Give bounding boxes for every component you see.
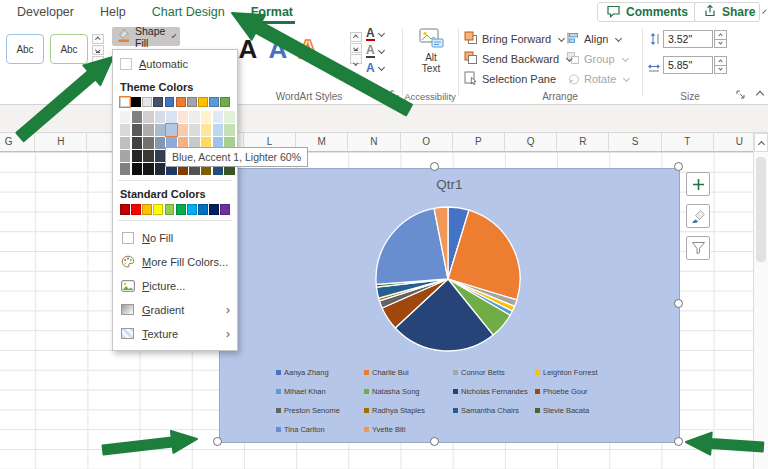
theme-variant-swatch-c2-r2[interactable] bbox=[143, 137, 153, 149]
column-header-H[interactable]: H bbox=[35, 133, 87, 152]
menu-item-automatic[interactable]: Automatic bbox=[118, 54, 232, 74]
vertical-scrollbar[interactable] bbox=[753, 133, 768, 469]
standard-color-swatch-8[interactable] bbox=[209, 204, 219, 214]
legend-item-preston-senome[interactable]: Preston Senome bbox=[276, 406, 340, 415]
theme-variant-swatch-c3-r1[interactable] bbox=[155, 124, 165, 136]
wordart-style-orange[interactable]: A bbox=[294, 30, 322, 68]
theme-color-swatch-2[interactable] bbox=[142, 97, 152, 107]
handle-bottom-middle[interactable] bbox=[430, 437, 439, 446]
theme-color-swatch-9[interactable] bbox=[220, 97, 230, 107]
alt-text-button[interactable]: Alt Text bbox=[410, 28, 452, 86]
theme-variant-swatch-c7-r1[interactable] bbox=[201, 124, 211, 136]
theme-variant-swatch-c8-r1[interactable] bbox=[213, 124, 223, 136]
standard-color-swatch-2[interactable] bbox=[142, 204, 152, 214]
standard-color-swatch-5[interactable] bbox=[176, 204, 186, 214]
theme-variant-swatch-c1-r2[interactable] bbox=[132, 137, 142, 149]
legend-item-natasha-song[interactable]: Natasha Song bbox=[364, 387, 420, 396]
column-header-N[interactable]: N bbox=[348, 133, 400, 152]
shape-style-preset-1[interactable]: Abc bbox=[6, 34, 44, 64]
chart-filters-button[interactable] bbox=[686, 236, 710, 260]
standard-color-swatch-4[interactable] bbox=[165, 204, 175, 214]
tab-format[interactable]: Format bbox=[238, 0, 306, 24]
theme-color-swatch-4[interactable] bbox=[165, 97, 175, 107]
collapse-ribbon-button[interactable] bbox=[756, 91, 764, 99]
standard-color-swatch-9[interactable] bbox=[220, 204, 230, 214]
shape-style-preset-2[interactable]: Abc bbox=[50, 34, 88, 64]
theme-color-swatch-1[interactable] bbox=[131, 97, 141, 107]
theme-color-swatch-0[interactable] bbox=[120, 97, 130, 107]
gallery-up-button[interactable] bbox=[350, 32, 362, 42]
theme-variant-swatch-c1-r4[interactable] bbox=[132, 163, 142, 175]
legend-item-tina-carlton[interactable]: Tina Carlton bbox=[276, 425, 325, 434]
standard-color-swatch-1[interactable] bbox=[131, 204, 141, 214]
stepper-up-button[interactable] bbox=[714, 56, 727, 66]
shape-height-field[interactable] bbox=[663, 30, 713, 48]
legend-item-samantha-chairs[interactable]: Samantha Chairs bbox=[453, 406, 519, 415]
comments-button[interactable]: Comments bbox=[597, 2, 697, 22]
pie-chart-object[interactable]: Qtr1 Aanya ZhangCharlie BuiConnor BettsL… bbox=[219, 168, 680, 443]
handle-bottom-right[interactable] bbox=[674, 437, 683, 446]
shape-fill-button[interactable]: Shape Fill bbox=[112, 27, 180, 46]
legend-item-charlie-bui[interactable]: Charlie Bui bbox=[364, 368, 409, 377]
column-header-Q[interactable]: Q bbox=[505, 133, 557, 152]
handle-top-middle[interactable] bbox=[430, 162, 439, 171]
theme-color-swatch-7[interactable] bbox=[198, 97, 208, 107]
handle-top-right[interactable] bbox=[674, 162, 683, 171]
send-backward-button[interactable]: Send Backward bbox=[464, 50, 572, 68]
theme-variant-swatch-c5-r1[interactable] bbox=[178, 124, 188, 136]
column-header-O[interactable]: O bbox=[401, 133, 453, 152]
legend-item-nicholas-fernandes[interactable]: Nicholas Fernandes bbox=[453, 387, 528, 396]
theme-variant-swatch-c5-r0[interactable] bbox=[178, 111, 188, 123]
theme-variant-swatch-c3-r4[interactable] bbox=[155, 163, 165, 175]
gallery-more-button[interactable] bbox=[350, 54, 362, 64]
theme-variant-swatch-c2-r4[interactable] bbox=[143, 163, 153, 175]
theme-variant-swatch-c9-r0[interactable] bbox=[224, 111, 234, 123]
column-header-T[interactable]: T bbox=[662, 133, 714, 152]
legend-item-aanya-zhang[interactable]: Aanya Zhang bbox=[276, 368, 329, 377]
stepper-down-button[interactable] bbox=[714, 40, 727, 49]
column-header-P[interactable]: P bbox=[453, 133, 505, 152]
theme-variant-swatch-c0-r3[interactable] bbox=[120, 150, 130, 162]
theme-variant-swatch-c0-r2[interactable] bbox=[120, 137, 130, 149]
shape-height-stepper[interactable] bbox=[714, 30, 727, 48]
tab-help[interactable]: Help bbox=[87, 0, 139, 24]
theme-variant-swatch-c2-r1[interactable] bbox=[143, 124, 153, 136]
theme-variant-swatch-c3-r3[interactable] bbox=[155, 150, 165, 162]
handle-bottom-left[interactable] bbox=[213, 437, 222, 446]
theme-variant-swatch-c3-r0[interactable] bbox=[155, 111, 165, 123]
handle-middle-right[interactable] bbox=[674, 299, 683, 308]
scrollbar-thumb[interactable] bbox=[756, 157, 766, 262]
menu-item-no-fill[interactable]: No Fill bbox=[118, 226, 232, 250]
shape-width-field[interactable] bbox=[663, 56, 713, 74]
theme-color-swatch-8[interactable] bbox=[209, 97, 219, 107]
menu-item-picture[interactable]: Picture... bbox=[118, 274, 232, 298]
theme-variant-swatch-c1-r0[interactable] bbox=[132, 111, 142, 123]
theme-color-swatch-3[interactable] bbox=[153, 97, 163, 107]
stepper-up-button[interactable] bbox=[714, 30, 727, 40]
menu-item-more-fill-colors[interactable]: More Fill Colors... bbox=[118, 250, 232, 274]
column-header-S[interactable]: S bbox=[609, 133, 661, 152]
theme-variant-swatch-c4-r1[interactable] bbox=[166, 124, 176, 136]
legend-item-phoebe-gour[interactable]: Phoebe Gour bbox=[535, 387, 588, 396]
gallery-more-button[interactable] bbox=[92, 56, 104, 66]
standard-color-swatch-0[interactable] bbox=[120, 204, 130, 214]
theme-variant-swatch-c2-r0[interactable] bbox=[143, 111, 153, 123]
text-fill-button[interactable]: A bbox=[366, 27, 396, 42]
theme-color-swatch-6[interactable] bbox=[187, 97, 197, 107]
standard-color-swatch-6[interactable] bbox=[187, 204, 197, 214]
column-header-G[interactable]: G bbox=[0, 133, 35, 152]
legend-item-stevie-bacata[interactable]: Stevie Bacata bbox=[535, 406, 589, 415]
theme-variant-swatch-c8-r0[interactable] bbox=[213, 111, 223, 123]
size-dialog-launcher[interactable] bbox=[736, 86, 746, 104]
theme-variant-swatch-c6-r0[interactable] bbox=[189, 111, 199, 123]
theme-variant-swatch-c1-r1[interactable] bbox=[132, 124, 142, 136]
text-effects-button[interactable]: A bbox=[366, 61, 396, 76]
menu-item-gradient[interactable]: Gradient› bbox=[118, 298, 232, 322]
legend-item-leighton-forrest[interactable]: Leighton Forrest bbox=[535, 368, 598, 377]
theme-variant-swatch-c9-r1[interactable] bbox=[224, 124, 234, 136]
wordart-style-blue[interactable]: A bbox=[264, 30, 292, 68]
theme-variant-swatch-c3-r2[interactable] bbox=[155, 137, 165, 149]
selection-pane-button[interactable]: Selection Pane bbox=[464, 70, 556, 88]
wordart-style-black[interactable]: A bbox=[234, 30, 262, 68]
theme-variant-swatch-c0-r0[interactable] bbox=[120, 111, 130, 123]
